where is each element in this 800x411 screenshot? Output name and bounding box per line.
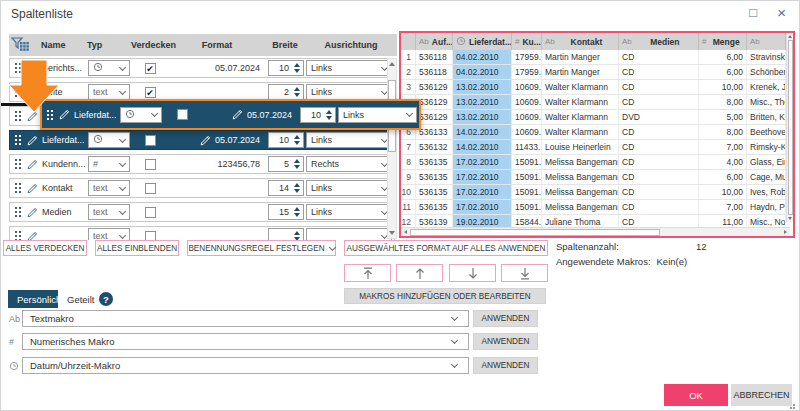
column-row[interactable]: text <box>9 226 395 240</box>
macro-dropdown[interactable]: Textmakro <box>22 310 469 327</box>
alignment-dropdown[interactable]: Rechts <box>306 156 392 172</box>
scroll-up-icon[interactable] <box>788 35 792 38</box>
alignment-dropdown[interactable]: Links <box>306 204 392 220</box>
hide-checkbox[interactable]: ✔ <box>145 63 156 74</box>
scrollbar-thumb[interactable] <box>410 229 660 236</box>
columns-scrollbar[interactable] <box>387 58 397 239</box>
hide-checkbox[interactable] <box>145 159 156 170</box>
preview-header-cell[interactable]: Ab <box>747 33 786 50</box>
alignment-dropdown[interactable]: Links <box>306 180 392 196</box>
makros-bearbeiten-button[interactable]: MAKROS HINZUFÜGEN ODER BEARBEITEN <box>344 288 546 304</box>
column-row[interactable]: Kontakttext14Links <box>9 178 395 198</box>
column-type-dropdown[interactable]: text <box>88 84 130 100</box>
alignment-dropdown[interactable]: Links <box>306 84 392 100</box>
cancel-button[interactable]: ABBRECHEN <box>731 384 792 406</box>
column-type-dropdown[interactable]: text <box>88 180 130 196</box>
preview-header-cell[interactable] <box>401 33 416 50</box>
step-down-icon[interactable] <box>294 213 300 217</box>
alles-verdecken-button[interactable]: ALLES VERDECKEN <box>3 240 87 256</box>
column-type-dropdown[interactable] <box>88 132 130 148</box>
hide-checkbox[interactable] <box>145 231 156 241</box>
rename-pencil-icon[interactable] <box>24 207 40 218</box>
drag-handle-icon[interactable] <box>10 203 22 221</box>
stepper-arrows-icon[interactable] <box>292 63 301 73</box>
rename-pencil-icon[interactable] <box>24 183 40 194</box>
drag-handle-icon[interactable] <box>10 155 22 173</box>
drag-handle-icon[interactable] <box>10 179 22 197</box>
move-up-button[interactable] <box>396 264 443 282</box>
column-type-dropdown[interactable] <box>120 107 162 123</box>
drag-handle-icon[interactable] <box>10 131 22 149</box>
move-to-bottom-button[interactable] <box>501 264 548 282</box>
scroll-left-icon[interactable] <box>404 230 407 234</box>
ok-button[interactable]: OK <box>664 384 728 406</box>
hide-checkbox[interactable] <box>145 135 156 146</box>
dragged-row[interactable]: Lieferdat...05.07.202410Links <box>40 99 421 130</box>
benennungsregel-button[interactable]: BENENNUNGSREGEL FESTLEGEN <box>187 240 336 256</box>
move-to-top-button[interactable] <box>344 264 391 282</box>
alignment-dropdown[interactable] <box>306 228 392 240</box>
scroll-down-icon[interactable] <box>788 217 792 220</box>
width-stepper[interactable]: 10 <box>300 107 336 123</box>
rename-pencil-icon[interactable] <box>24 159 40 170</box>
width-stepper[interactable]: 10 <box>268 132 304 148</box>
width-stepper[interactable] <box>268 228 304 240</box>
step-up-icon[interactable] <box>294 159 300 163</box>
preview-header-cell[interactable]: #Ku... <box>512 33 542 50</box>
column-type-dropdown[interactable]: text <box>88 228 130 240</box>
step-up-icon[interactable] <box>326 110 332 114</box>
alignment-dropdown[interactable]: Links <box>306 60 392 76</box>
step-down-icon[interactable] <box>294 165 300 169</box>
preview-header-cell[interactable]: Lieferdat... <box>453 33 512 50</box>
step-up-icon[interactable] <box>294 183 300 187</box>
column-row[interactable]: Medientext15Links <box>9 202 395 222</box>
step-up-icon[interactable] <box>294 231 300 235</box>
step-down-icon[interactable] <box>294 141 300 145</box>
close-icon[interactable]: × <box>777 6 786 20</box>
maximize-icon[interactable]: □ <box>749 6 757 20</box>
preview-header-cell[interactable]: AbKontakt <box>542 33 619 50</box>
rename-pencil-icon[interactable] <box>24 135 40 146</box>
tab-geteilt[interactable]: Geteilt <box>58 290 103 308</box>
alles-einblenden-button[interactable]: ALLES EINBLENDEN <box>95 240 179 256</box>
step-down-icon[interactable] <box>294 69 300 73</box>
edit-format-pencil-icon[interactable] <box>200 135 211 146</box>
alignment-dropdown[interactable]: Links <box>338 107 417 123</box>
step-down-icon[interactable] <box>294 189 300 193</box>
drag-handle-icon[interactable] <box>10 227 22 240</box>
step-up-icon[interactable] <box>294 135 300 139</box>
stepper-arrows-icon[interactable] <box>292 135 301 145</box>
anwenden-button[interactable]: ANWENDEN <box>473 333 538 350</box>
scroll-up-icon[interactable] <box>389 62 395 66</box>
column-row[interactable]: Berichts...✔05.07.202410Links <box>9 58 395 78</box>
scrollbar-thumb[interactable] <box>788 40 793 215</box>
column-type-dropdown[interactable]: text <box>88 204 130 220</box>
width-stepper[interactable]: 10 <box>268 60 304 76</box>
alignment-dropdown[interactable]: Links <box>306 132 392 148</box>
stepper-arrows-icon[interactable] <box>292 231 301 240</box>
hide-checkbox[interactable]: ✔ <box>145 87 156 98</box>
column-row[interactable]: Kundenn...#123456,785Rechts <box>9 154 395 174</box>
hide-checkbox[interactable] <box>145 183 156 194</box>
macro-dropdown[interactable]: Numerisches Makro <box>22 333 469 350</box>
preview-vscrollbar[interactable] <box>786 33 793 222</box>
step-down-icon[interactable] <box>326 116 332 120</box>
anwenden-button[interactable]: ANWENDEN <box>473 310 538 327</box>
step-down-icon[interactable] <box>294 93 300 97</box>
move-down-button[interactable] <box>449 264 496 282</box>
width-stepper[interactable]: 2 <box>268 84 304 100</box>
width-stepper[interactable]: 15 <box>268 204 304 220</box>
hide-checkbox[interactable] <box>177 109 188 120</box>
help-icon[interactable]: ? <box>99 292 113 306</box>
hide-checkbox[interactable] <box>145 207 156 218</box>
preview-header-cell[interactable]: AbMedien <box>619 33 699 50</box>
resize-grip[interactable] <box>793 404 795 406</box>
stepper-arrows-icon[interactable] <box>292 159 301 169</box>
step-up-icon[interactable] <box>294 63 300 67</box>
width-stepper[interactable]: 14 <box>268 180 304 196</box>
preview-header-cell[interactable]: #Menge <box>699 33 747 50</box>
rename-pencil-icon[interactable] <box>24 231 40 241</box>
width-stepper[interactable]: 5 <box>268 156 304 172</box>
stepper-arrows-icon[interactable] <box>292 183 301 193</box>
column-type-dropdown[interactable]: # <box>88 156 130 172</box>
